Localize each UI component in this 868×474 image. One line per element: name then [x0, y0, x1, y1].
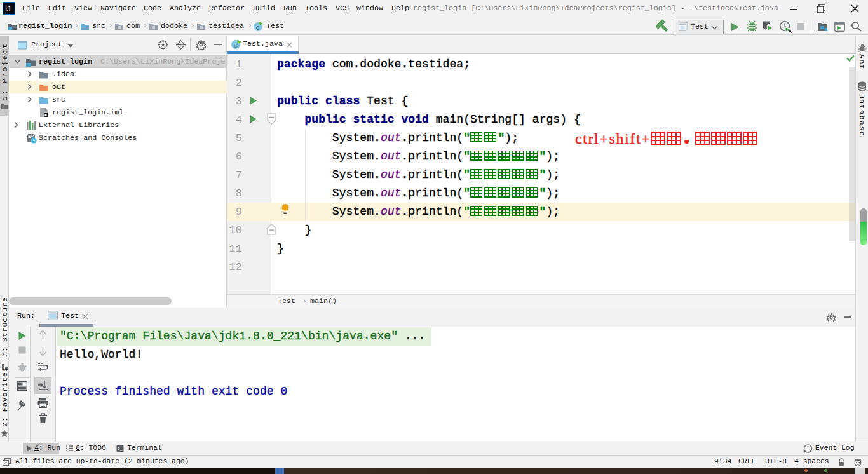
svg-text:IJ: IJ: [5, 5, 11, 13]
